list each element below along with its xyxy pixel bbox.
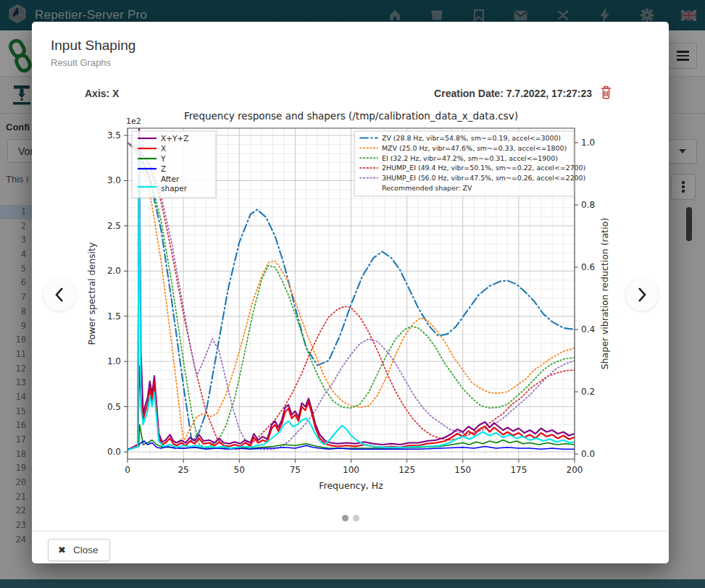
svg-text:1.5: 1.5: [107, 311, 120, 322]
svg-text:50: 50: [233, 465, 244, 475]
svg-text:2.5: 2.5: [107, 221, 120, 231]
svg-text:X+Y+Z: X+Y+Z: [161, 134, 188, 143]
dialog-title: Input Shaping: [51, 38, 650, 54]
svg-text:Z: Z: [161, 164, 166, 173]
svg-text:0.2: 0.2: [581, 387, 595, 397]
svg-text:shaper: shaper: [161, 184, 188, 193]
carousel-page-dots: [32, 515, 669, 521]
page-dot[interactable]: [353, 515, 359, 521]
svg-text:Power spectral density: Power spectral density: [86, 242, 97, 345]
dialog-header: Input Shaping Result Graphs: [32, 22, 669, 75]
svg-text:100: 100: [343, 465, 359, 475]
svg-text:0.4: 0.4: [581, 324, 595, 335]
svg-text:0: 0: [125, 465, 130, 475]
graph-meta-row: Axis: X Creation Date: 7.7.2022, 17:27:2…: [32, 87, 669, 100]
svg-text:175: 175: [510, 465, 527, 475]
svg-text:EI (32.2 Hz, vibr=47.2%, sm~=0: EI (32.2 Hz, vibr=47.2%, sm~=0.31, accel…: [382, 154, 558, 162]
svg-text:After: After: [161, 175, 180, 183]
svg-text:75: 75: [289, 465, 300, 475]
svg-text:1e2: 1e2: [126, 117, 141, 126]
svg-text:Y: Y: [160, 154, 166, 163]
svg-text:3.0: 3.0: [107, 175, 120, 185]
svg-text:125: 125: [399, 465, 415, 475]
svg-text:0.0: 0.0: [581, 449, 595, 459]
previous-graph-button[interactable]: [43, 279, 75, 311]
svg-text:1.0: 1.0: [581, 138, 595, 148]
chevron-right-icon: [637, 287, 647, 303]
page-dot[interactable]: [342, 515, 349, 521]
trash-icon: [599, 85, 613, 102]
svg-text:Frequency response and shapers: Frequency response and shapers (/tmp/cal…: [184, 110, 518, 122]
chevron-left-icon: [54, 287, 64, 303]
svg-text:Frequency, Hz: Frequency, Hz: [319, 480, 383, 491]
svg-text:200: 200: [566, 465, 583, 475]
svg-text:0.5: 0.5: [107, 402, 120, 412]
close-button-label: Close: [73, 545, 99, 555]
svg-text:MZV (25.0 Hz, vibr=47.6%, sm~=: MZV (25.0 Hz, vibr=47.6%, sm~=0.33, acce…: [382, 144, 567, 152]
svg-text:Recommended shaper: ZV: Recommended shaper: ZV: [382, 184, 472, 192]
result-graph-chart: 02550751001251501752000.00.51.01.52.02.5…: [83, 105, 618, 505]
dialog-subtitle: Result Graphs: [51, 57, 650, 68]
svg-text:Shaper vibration reduction (ra: Shaper vibration reduction (ratio): [599, 218, 610, 370]
svg-text:0.0: 0.0: [107, 447, 120, 457]
svg-text:ZV (28.8 Hz, vibr=54.8%, sm~=0: ZV (28.8 Hz, vibr=54.8%, sm~=0.19, accel…: [382, 134, 561, 142]
axis-label: Axis: X: [85, 88, 119, 99]
svg-text:2HUMP_EI (49.4 Hz, vibr=50.1%,: 2HUMP_EI (49.4 Hz, vibr=50.1%, sm~=0.22,…: [382, 164, 585, 172]
svg-text:0.6: 0.6: [581, 262, 595, 272]
svg-text:25: 25: [178, 465, 188, 475]
svg-text:0.8: 0.8: [581, 200, 595, 210]
svg-text:3HUMP_EI (56.0 Hz, vibr=47.5%,: 3HUMP_EI (56.0 Hz, vibr=47.5%, sm~=0.26,…: [382, 174, 585, 182]
result-graph-figure: 02550751001251501752000.00.51.01.52.02.5…: [83, 105, 618, 505]
close-button[interactable]: ✖ Close: [48, 539, 110, 561]
input-shaping-dialog: Input Shaping Result Graphs Axis: X Crea…: [32, 22, 669, 563]
close-icon: ✖: [58, 545, 66, 555]
svg-text:1.0: 1.0: [107, 356, 120, 366]
dialog-footer: ✖ Close: [32, 532, 669, 561]
svg-text:150: 150: [454, 465, 471, 475]
next-graph-button[interactable]: [626, 279, 658, 311]
svg-text:2.0: 2.0: [107, 266, 120, 276]
creation-date: Creation Date: 7.7.2022, 17:27:23: [434, 88, 592, 99]
svg-text:X: X: [161, 144, 166, 153]
delete-graph-button[interactable]: [599, 85, 613, 102]
svg-text:3.5: 3.5: [107, 130, 120, 140]
